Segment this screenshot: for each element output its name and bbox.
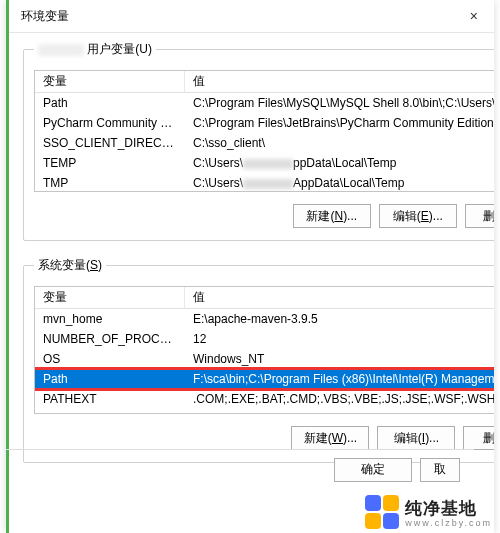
system-vars-list[interactable]: 变量 值 mvn_homeE:\apache-maven-3.9.5NUMBER… [34, 286, 494, 414]
system-buttons: 新建(W)... 编辑(I)... 删除(L) [34, 426, 494, 450]
cell-value: C:\Program Files\JetBrains\PyCharm Commu… [185, 114, 494, 132]
table-row[interactable]: TMPC:\Users\AppData\Local\Temp [35, 173, 494, 191]
col-value[interactable]: 值 [185, 286, 494, 309]
cell-name: Path [35, 94, 185, 112]
cell-value: 12 [185, 330, 494, 348]
user-vars-legend: 用户变量(U) [34, 41, 156, 58]
cell-name: SSO_CLIENT_DIRECTORY [35, 134, 185, 152]
delete-button[interactable]: 删除(D) [465, 204, 494, 228]
ok-button[interactable]: 确定 [334, 458, 412, 482]
user-buttons: 新建(N)... 编辑(E)... 删除(D) [34, 204, 494, 228]
cell-value: C:\Users\ppData\Local\Temp [185, 154, 494, 172]
cancel-button[interactable]: 取 [420, 458, 460, 482]
cell-value: F:\sca\bin;C:\Program Files (x86)\Intel\… [185, 370, 494, 388]
new-button[interactable]: 新建(N)... [293, 204, 371, 228]
watermark-logo-icon [365, 495, 399, 529]
table-row[interactable]: NUMBER_OF_PROCESSORS12 [35, 329, 494, 349]
table-row[interactable]: SSO_CLIENT_DIRECTORYC:\sso_client\ [35, 133, 494, 153]
cell-name: Path [35, 370, 185, 388]
table-row[interactable]: mvn_homeE:\apache-maven-3.9.5 [35, 309, 494, 329]
table-row[interactable]: TEMPC:\Users\ppData\Local\Temp [35, 153, 494, 173]
cell-value: .COM;.EXE;.BAT;.CMD;.VBS;.VBE;.JS;.JSE;.… [185, 390, 494, 408]
redacted-text [243, 159, 293, 169]
table-row[interactable]: PyCharm Community Editi...C:\Program Fil… [35, 113, 494, 133]
redacted-username [38, 44, 84, 56]
cell-name: PyCharm Community Editi... [35, 114, 185, 132]
cell-name: PATHEXT [35, 390, 185, 408]
cell-name: PhantomJS_home [35, 410, 185, 413]
table-row[interactable]: OSWindows_NT [35, 349, 494, 369]
cell-value: C:\Users\AppData\Local\Temp [185, 174, 494, 191]
cell-name: OS [35, 350, 185, 368]
col-name[interactable]: 变量 [35, 70, 185, 93]
edit-button[interactable]: 编辑(E)... [379, 204, 457, 228]
cell-value: Windows_NT [185, 350, 494, 368]
watermark-domain: www.clzby.com [405, 518, 492, 528]
new-button[interactable]: 新建(W)... [291, 426, 369, 450]
user-vars-group: 用户变量(U) 变量 值 PathC:\Program Files\MySQL\… [23, 41, 494, 241]
cell-value: C:\sso_client\ [185, 134, 494, 152]
user-vars-list[interactable]: 变量 值 PathC:\Program Files\MySQL\MySQL Sh… [34, 70, 494, 192]
watermark-brand: 纯净基地 [405, 499, 477, 518]
delete-button[interactable]: 删除(L) [463, 426, 494, 450]
dialog-footer: 确定 取 [6, 449, 474, 489]
cell-value: E:\apache-maven-3.9.5 [185, 310, 494, 328]
redacted-text [243, 179, 293, 189]
list-header: 变量 值 [35, 287, 494, 309]
close-icon[interactable]: × [464, 6, 484, 26]
table-row[interactable]: PATHEXT.COM;.EXE;.BAT;.CMD;.VBS;.VBE;.JS… [35, 389, 494, 409]
table-row[interactable]: PathC:\Program Files\MySQL\MySQL Shell 8… [35, 93, 494, 113]
system-vars-legend: 系统变量(S) [34, 257, 106, 274]
watermark: 纯净基地 www.clzby.com [365, 495, 492, 529]
list-body[interactable]: PathC:\Program Files\MySQL\MySQL Shell 8… [35, 93, 494, 191]
titlebar: 环境变量 × [9, 0, 494, 33]
cell-value: D:\Program Files\phantomjs-2.1.1-windows [185, 410, 494, 413]
cell-name: TEMP [35, 154, 185, 172]
list-body[interactable]: mvn_homeE:\apache-maven-3.9.5NUMBER_OF_P… [35, 309, 494, 413]
col-name[interactable]: 变量 [35, 286, 185, 309]
table-row[interactable]: PathF:\sca\bin;C:\Program Files (x86)\In… [35, 369, 494, 389]
cell-name: TMP [35, 174, 185, 191]
cell-name: NUMBER_OF_PROCESSORS [35, 330, 185, 348]
list-header: 变量 值 [35, 71, 494, 93]
system-vars-group: 系统变量(S) 变量 值 mvn_homeE:\apache-maven-3.9… [23, 257, 494, 463]
col-value[interactable]: 值 [185, 70, 494, 93]
table-row[interactable]: PhantomJS_homeD:\Program Files\phantomjs… [35, 409, 494, 413]
cell-value: C:\Program Files\MySQL\MySQL Shell 8.0\b… [185, 94, 494, 112]
cell-name: mvn_home [35, 310, 185, 328]
edit-button[interactable]: 编辑(I)... [377, 426, 455, 450]
window-title: 环境变量 [21, 8, 69, 25]
